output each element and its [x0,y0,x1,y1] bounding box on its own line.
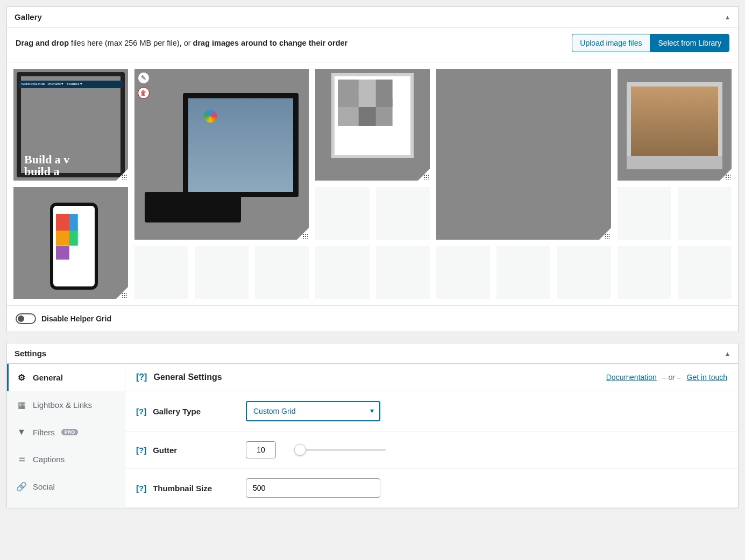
edit-icon[interactable]: ✎ [138,72,150,84]
empty-tile[interactable] [436,246,490,299]
thumbnail-size-input[interactable] [246,478,380,498]
documentation-link[interactable]: Documentation [606,373,657,382]
gallery-type-select-wrap: Custom Grid [246,401,380,421]
tile-actions: ✎ 🗑 [138,72,150,99]
gallery-panel: Gallery ▲ Drag and drop files here (max … [6,6,739,332]
link-separator: – or – [662,373,682,382]
tab-social[interactable]: 🔗 Social [7,473,125,500]
logo-icon [204,110,217,123]
helper-grid-label: Disable Helper Grid [41,314,111,323]
empty-tile[interactable] [376,187,430,240]
helper-grid-toggle[interactable] [16,313,36,324]
gallery-type-select[interactable]: Custom Grid [246,401,380,421]
settings-body: ⚙ General ▦ Lightbox & Links ▼ Filters P… [7,364,738,508]
empty-tile[interactable] [134,246,188,299]
captions-icon: ≣ [17,454,26,464]
help-icon[interactable]: [?] [136,446,146,455]
pro-badge: PRO [61,429,79,435]
image-tile[interactable]: ✎ 🗑 [134,69,309,240]
empty-tile[interactable] [557,246,611,299]
help-icon[interactable]: [?] [136,484,146,493]
filter-icon: ▼ [17,427,26,437]
get-in-touch-link[interactable]: Get in touch [687,373,728,382]
tab-lightbox[interactable]: ▦ Lightbox & Links [7,391,125,419]
collapse-icon[interactable]: ▲ [725,14,730,20]
link-icon: 🔗 [17,482,26,492]
delete-icon[interactable]: 🗑 [138,87,150,99]
help-icon[interactable]: [?] [136,372,147,382]
upload-bar: Drag and drop files here (max 256 MB per… [7,27,738,62]
settings-header[interactable]: Settings ▲ [7,343,738,364]
upload-buttons: Upload image files Select from Library [572,34,729,52]
settings-panel: Settings ▲ ⚙ General ▦ Lightbox & Links … [6,343,739,508]
image-tile[interactable] [618,69,732,181]
upload-image-files-button[interactable]: Upload image files [572,34,650,52]
settings-tabs: ⚙ General ▦ Lightbox & Links ▼ Filters P… [7,364,125,508]
select-from-library-button[interactable]: Select from Library [650,34,729,52]
image-tile[interactable]: WordPress.com Products ▾ Features ▾ Buil… [13,69,128,181]
content-header: [?] General Settings Documentation – or … [125,364,738,391]
empty-tile[interactable] [195,246,249,299]
tab-general[interactable]: ⚙ General [7,364,125,391]
helper-grid-row: Disable Helper Grid [7,305,738,332]
gutter-slider[interactable] [294,449,386,451]
header-links: Documentation – or – Get in touch [606,373,727,382]
empty-tile[interactable] [255,246,309,299]
row-thumbnail-size: [?] Thumbnail Size [125,469,738,508]
tab-filters[interactable]: ▼ Filters PRO [7,419,125,446]
content-heading: General Settings [153,372,222,382]
image-tile[interactable] [315,69,430,181]
empty-tile[interactable] [376,246,430,299]
empty-tile[interactable] [678,187,732,240]
empty-tile[interactable] [618,187,671,240]
help-icon[interactable]: [?] [136,407,146,416]
tab-captions[interactable]: ≣ Captions [7,446,125,473]
gallery-header[interactable]: Gallery ▲ [7,7,738,27]
gutter-input[interactable] [246,441,276,458]
image-grid[interactable]: WordPress.com Products ▾ Features ▾ Buil… [13,69,732,299]
row-gutter: [?] Gutter [125,432,738,469]
empty-tile[interactable] [678,246,732,299]
upload-instructions: Drag and drop files here (max 256 MB per… [16,39,347,47]
empty-tile[interactable] [315,187,369,240]
empty-tile[interactable] [315,246,369,299]
gear-icon: ⚙ [17,372,26,383]
row-gallery-type: [?] Gallery Type Custom Grid [125,391,738,432]
gallery-grid-area: WordPress.com Products ▾ Features ▾ Buil… [7,62,738,305]
collapse-icon[interactable]: ▲ [725,350,730,357]
image-tile[interactable] [13,187,128,299]
empty-tile[interactable] [618,246,671,299]
settings-title: Settings [15,349,46,358]
layout-icon: ▦ [17,400,26,410]
thumbnail-size-label: Thumbnail Size [153,484,212,493]
gutter-label: Gutter [153,446,177,455]
gallery-type-label: Gallery Type [153,407,201,416]
settings-content: [?] General Settings Documentation – or … [125,364,738,508]
gallery-title: Gallery [15,12,42,21]
empty-tile[interactable] [496,246,550,299]
slider-knob[interactable] [294,444,306,456]
image-tile[interactable] [436,69,611,240]
